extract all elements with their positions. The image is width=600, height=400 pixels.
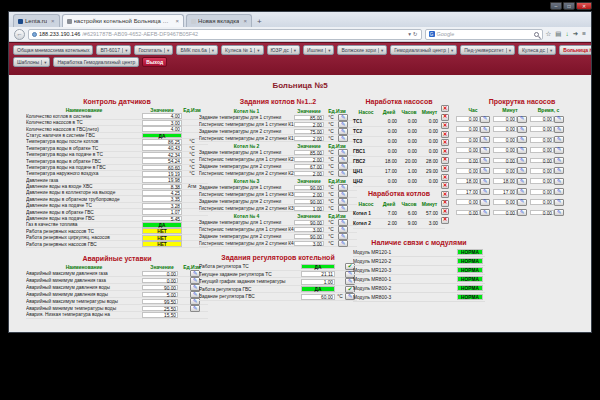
edit-icon[interactable]: ✎ — [480, 126, 490, 133]
reset-icon[interactable]: ✕ — [441, 174, 449, 181]
reset-icon[interactable]: ✕ — [441, 148, 449, 155]
reset-icon[interactable]: ✕ — [441, 122, 449, 129]
search-icon[interactable] — [534, 32, 539, 37]
edit-icon[interactable]: ✎ — [554, 116, 564, 123]
new-tab-button[interactable]: + — [254, 15, 265, 27]
tab-close-icon[interactable]: × — [243, 18, 247, 24]
edit-icon[interactable]: ✎ — [517, 116, 527, 123]
edit-icon[interactable]: ✎ — [480, 188, 490, 195]
edit-icon[interactable]: ✎ — [480, 178, 490, 185]
scada-nav-button[interactable]: Выход — [142, 57, 167, 67]
scada-nav-button[interactable]: Госпиталь▾ — [134, 45, 173, 55]
reset-icon[interactable]: ✕ — [441, 114, 449, 121]
reset-icon[interactable]: ✕ — [441, 217, 449, 224]
bookmarks-icon[interactable]: ▤ — [555, 31, 561, 38]
edit-icon[interactable]: ✎ — [338, 121, 348, 128]
scada-nav-button[interactable]: Кулеса дс▾ — [518, 45, 556, 55]
edit-icon[interactable]: ✎ — [517, 167, 527, 174]
url-dropdown-icon[interactable]: ▾ — [408, 31, 411, 37]
edit-icon[interactable]: ✎ — [554, 188, 564, 195]
tab-title: Lenta.ru — [25, 18, 47, 24]
edit-icon[interactable]: ✎ — [517, 126, 527, 133]
scada-nav-button[interactable]: Общая мнемосхема котельных — [13, 45, 93, 55]
edit-icon[interactable]: ✎ — [480, 136, 490, 143]
scada-nav-button[interactable]: БМК поз.6а▾ — [176, 45, 218, 55]
scada-nav-button[interactable]: Волжские зори▾ — [337, 45, 387, 55]
edit-icon[interactable]: ✎ — [338, 233, 348, 240]
menu-icon[interactable]: ≡ — [582, 31, 586, 38]
edit-icon[interactable]: ✎ — [517, 209, 527, 216]
edit-icon[interactable]: ✎ — [480, 147, 490, 154]
edit-icon[interactable]: ✎ — [554, 147, 564, 154]
scada-nav-button[interactable]: ЮЗР дс▾ — [267, 45, 300, 55]
reset-icon[interactable]: ✕ — [441, 208, 449, 215]
edit-icon[interactable]: ✎ — [338, 170, 348, 177]
edit-icon[interactable]: ✎ — [554, 199, 564, 206]
edit-icon[interactable]: ✎ — [190, 305, 200, 312]
edit-icon[interactable]: ✎ — [338, 184, 348, 191]
edit-icon[interactable]: ✎ — [338, 240, 348, 247]
edit-icon[interactable]: ✎ — [517, 147, 527, 154]
edit-icon[interactable]: ✎ — [338, 149, 348, 156]
edit-icon[interactable]: ✎ — [517, 136, 527, 143]
share-icon[interactable]: ➜ — [573, 31, 578, 38]
scada-nav-button[interactable]: Наработка Гемодиализный центр — [53, 57, 139, 67]
value-cell: 90.00 — [294, 220, 324, 226]
reset-icon[interactable]: ✕ — [441, 182, 449, 189]
reset-icon[interactable]: ✕ — [441, 105, 449, 112]
reset-icon[interactable]: ✕ — [441, 157, 449, 164]
edit-icon[interactable]: ✎ — [338, 191, 348, 198]
edit-icon[interactable]: ✎ — [338, 114, 348, 121]
edit-icon[interactable]: ✎ — [554, 157, 564, 164]
minimize-icon[interactable]: – — [550, 2, 562, 10]
edit-icon[interactable]: ✎ — [554, 167, 564, 174]
scada-nav-button[interactable]: Кулеса № 1▾ — [221, 45, 263, 55]
bookmark-star-icon[interactable]: ☆ — [546, 31, 552, 38]
edit-icon[interactable]: ✎ — [480, 157, 490, 164]
maximize-icon[interactable]: □ — [563, 2, 575, 10]
browser-tab[interactable]: настройки котельной Больница №5× — [62, 14, 185, 27]
reset-icon[interactable]: ✕ — [441, 139, 449, 146]
edit-icon[interactable]: ✎ — [517, 199, 527, 206]
edit-icon[interactable]: ✎ — [517, 157, 527, 164]
scada-nav-button[interactable]: Шаблоны▾ — [13, 57, 50, 67]
scada-nav-row-2: Шаблоны▾Наработка Гемодиализный центрВых… — [13, 57, 587, 67]
edit-icon[interactable]: ✎ — [338, 226, 348, 233]
edit-icon[interactable]: ✎ — [338, 163, 348, 170]
edit-icon[interactable]: ✎ — [338, 219, 348, 226]
reset-icon[interactable]: ✕ — [441, 165, 449, 172]
edit-icon[interactable]: ✎ — [480, 209, 490, 216]
tab-close-icon[interactable]: × — [176, 18, 180, 24]
edit-icon[interactable]: ✎ — [554, 126, 564, 133]
browser-tab[interactable]: Lenta.ru× — [13, 14, 60, 27]
edit-icon[interactable]: ✎ — [338, 205, 348, 212]
edit-icon[interactable]: ✎ — [338, 198, 348, 205]
reset-icon[interactable]: ✕ — [441, 191, 449, 198]
url-bar[interactable]: 188.233.190.146 /#6291787B-AB09-4652-AEF… — [28, 29, 422, 40]
edit-icon[interactable]: ✎ — [338, 128, 348, 135]
scada-nav-button[interactable]: ВП-6017▾ — [96, 45, 131, 55]
scada-nav-button[interactable]: Пед-университет▾ — [460, 45, 515, 55]
edit-icon[interactable]: ✎ — [554, 136, 564, 143]
search-input[interactable]: G Google — [425, 29, 543, 40]
reset-icon[interactable]: ✕ — [441, 131, 449, 138]
scada-nav-button[interactable]: Больница №5▾ — [559, 45, 592, 55]
back-button[interactable]: ← — [14, 29, 25, 40]
edit-icon[interactable]: ✎ — [517, 188, 527, 195]
edit-icon[interactable]: ✎ — [338, 135, 348, 142]
edit-icon[interactable]: ✎ — [554, 209, 564, 216]
edit-icon[interactable]: ✎ — [480, 116, 490, 123]
edit-icon[interactable]: ✎ — [554, 178, 564, 185]
reset-icon[interactable]: ✕ — [441, 200, 449, 207]
close-icon[interactable]: ✕ — [576, 2, 592, 10]
download-icon[interactable]: ↓ — [566, 31, 569, 38]
scada-nav-button[interactable]: Гемодиализный центр▾ — [390, 45, 457, 55]
browser-tab[interactable]: Новая вкладка× — [186, 14, 252, 27]
edit-icon[interactable]: ✎ — [480, 199, 490, 206]
scada-nav-button[interactable]: Ишлеи▾ — [303, 45, 334, 55]
edit-icon[interactable]: ✎ — [338, 156, 348, 163]
edit-icon[interactable]: ✎ — [517, 178, 527, 185]
edit-icon[interactable]: ✎ — [480, 167, 490, 174]
reload-icon[interactable]: ↻ — [413, 31, 418, 37]
tab-close-icon[interactable]: × — [51, 18, 55, 24]
